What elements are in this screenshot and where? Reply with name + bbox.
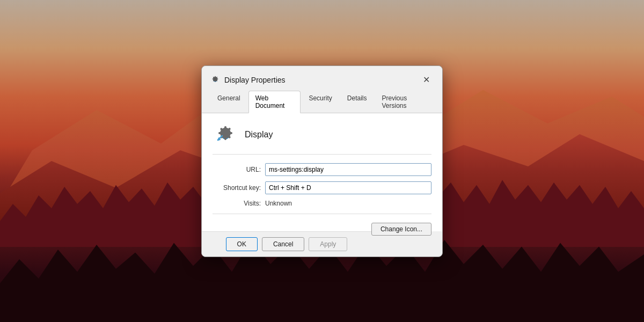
url-label: URL: xyxy=(213,166,261,173)
dialog-overlay: Display Properties ✕ General Web Documen… xyxy=(0,0,644,322)
dialog-title: Display Properties xyxy=(224,76,414,84)
ok-button[interactable]: OK xyxy=(226,237,258,251)
item-name: Display xyxy=(245,130,273,140)
visits-value: Unknown xyxy=(265,200,431,207)
display-icon xyxy=(213,122,238,148)
divider xyxy=(213,214,431,214)
dialog-titlebar: Display Properties ✕ xyxy=(202,66,442,87)
url-input[interactable] xyxy=(265,163,431,176)
settings-icon xyxy=(210,75,220,85)
url-row: URL: xyxy=(213,163,431,176)
tab-general[interactable]: General xyxy=(210,91,247,113)
tab-previous-versions[interactable]: Previous Versions xyxy=(375,91,434,113)
shortcut-input[interactable] xyxy=(265,181,431,194)
close-button[interactable]: ✕ xyxy=(419,72,434,87)
dialog-footer: OK Cancel Apply xyxy=(202,231,371,257)
change-icon-button[interactable]: Change Icon... xyxy=(371,223,431,236)
apply-button[interactable]: Apply xyxy=(309,237,347,251)
dialog-content: Display URL: Shortcut key: Visits: Unkno… xyxy=(202,113,442,231)
cancel-button[interactable]: Cancel xyxy=(262,237,304,251)
item-header: Display xyxy=(213,122,431,155)
shortcut-label: Shortcut key: xyxy=(213,184,261,192)
tab-security[interactable]: Security xyxy=(302,91,339,113)
change-icon-row: Change Icon... xyxy=(213,221,431,223)
shortcut-row: Shortcut key: xyxy=(213,181,431,194)
tab-web-document[interactable]: Web Document xyxy=(248,91,301,113)
dialog: Display Properties ✕ General Web Documen… xyxy=(201,65,443,257)
visits-label: Visits: xyxy=(213,200,261,207)
tab-details[interactable]: Details xyxy=(340,91,374,113)
dialog-tabs: General Web Document Security Details Pr… xyxy=(202,87,442,113)
visits-row: Visits: Unknown xyxy=(213,200,431,207)
